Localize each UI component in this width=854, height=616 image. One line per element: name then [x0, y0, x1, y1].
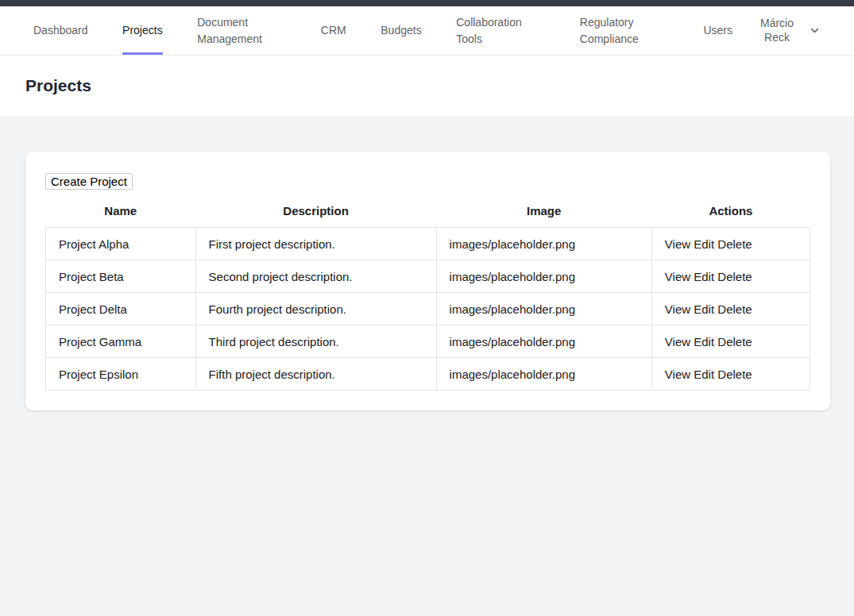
project-image-cell: images/placeholder.png: [436, 358, 651, 391]
nav-links: DashboardProjectsDocument ManagementCRMB…: [33, 6, 732, 55]
table-row: Project AlphaFirst project description.i…: [46, 228, 810, 260]
delete-link[interactable]: Delete: [717, 237, 752, 251]
edit-link[interactable]: Edit: [694, 335, 714, 348]
table-body: Project AlphaFirst project description.i…: [46, 228, 810, 391]
main-content: Create Project NameDescriptionImageActio…: [0, 116, 854, 446]
page-header: Projects: [0, 56, 854, 116]
column-header-name: Name: [46, 198, 196, 228]
project-image-cell: images/placeholder.png: [436, 260, 651, 293]
edit-link[interactable]: Edit: [694, 368, 714, 381]
table-row: Project DeltaFourth project description.…: [46, 293, 810, 325]
column-header-actions: Actions: [651, 198, 810, 228]
nav-item-crm[interactable]: CRM: [321, 6, 346, 55]
user-name: Márcio Reck: [753, 17, 801, 44]
table-row: Project EpsilonFifth project description…: [46, 358, 810, 391]
view-link[interactable]: View: [665, 270, 690, 283]
project-name-cell: Project Alpha: [46, 228, 196, 260]
nav-item-budgets[interactable]: Budgets: [381, 6, 421, 55]
nav-item-dashboard[interactable]: Dashboard: [33, 6, 88, 55]
table-row: Project BetaSecond project description.i…: [46, 260, 810, 293]
projects-card: Create Project NameDescriptionImageActio…: [25, 152, 830, 410]
main-navbar: DashboardProjectsDocument ManagementCRMB…: [0, 6, 854, 56]
project-image-cell: images/placeholder.png: [436, 228, 651, 260]
column-header-description: Description: [195, 198, 436, 228]
project-image-cell: images/placeholder.png: [436, 325, 651, 358]
edit-link[interactable]: Edit: [694, 237, 714, 251]
table-header-row: NameDescriptionImageActions: [46, 198, 810, 228]
project-actions-cell: View Edit Delete: [651, 325, 810, 358]
create-project-button[interactable]: Create Project: [45, 173, 133, 190]
project-name-cell: Project Epsilon: [46, 358, 196, 391]
delete-link[interactable]: Delete: [717, 368, 752, 381]
project-name-cell: Project Gamma: [46, 325, 196, 358]
user-menu[interactable]: Márcio Reck: [753, 6, 821, 55]
view-link[interactable]: View: [665, 302, 690, 316]
project-image-cell: images/placeholder.png: [436, 293, 651, 325]
view-link[interactable]: View: [665, 237, 690, 251]
column-header-image: Image: [436, 198, 651, 228]
project-description-cell: Fourth project description.: [195, 293, 436, 325]
project-actions-cell: View Edit Delete: [651, 228, 810, 260]
project-name-cell: Project Beta: [46, 260, 196, 293]
project-description-cell: Third project description.: [195, 325, 436, 358]
project-description-cell: First project description.: [195, 228, 436, 260]
delete-link[interactable]: Delete: [717, 302, 752, 316]
project-description-cell: Fifth project description.: [195, 358, 436, 391]
projects-table: NameDescriptionImageActions Project Alph…: [45, 198, 810, 391]
nav-item-projects[interactable]: Projects: [122, 6, 163, 55]
delete-link[interactable]: Delete: [717, 335, 752, 348]
table-row: Project GammaThird project description.i…: [46, 325, 810, 358]
edit-link[interactable]: Edit: [694, 302, 714, 316]
project-actions-cell: View Edit Delete: [651, 293, 810, 325]
top-strip: [0, 0, 854, 6]
chevron-down-icon: [809, 25, 821, 37]
nav-item-users[interactable]: Users: [703, 6, 732, 55]
view-link[interactable]: View: [665, 368, 690, 381]
project-name-cell: Project Delta: [46, 293, 196, 325]
page-title: Projects: [25, 76, 91, 95]
project-description-cell: Second project description.: [195, 260, 436, 293]
nav-item-regulatory-compliance[interactable]: Regulatory Compliance: [580, 6, 669, 55]
project-actions-cell: View Edit Delete: [651, 260, 810, 293]
nav-item-document-management[interactable]: Document Management: [197, 6, 286, 55]
project-actions-cell: View Edit Delete: [651, 358, 810, 391]
view-link[interactable]: View: [665, 335, 690, 348]
nav-item-collaboration-tools[interactable]: Collaboration Tools: [456, 6, 545, 55]
edit-link[interactable]: Edit: [694, 270, 714, 283]
delete-link[interactable]: Delete: [717, 270, 752, 283]
